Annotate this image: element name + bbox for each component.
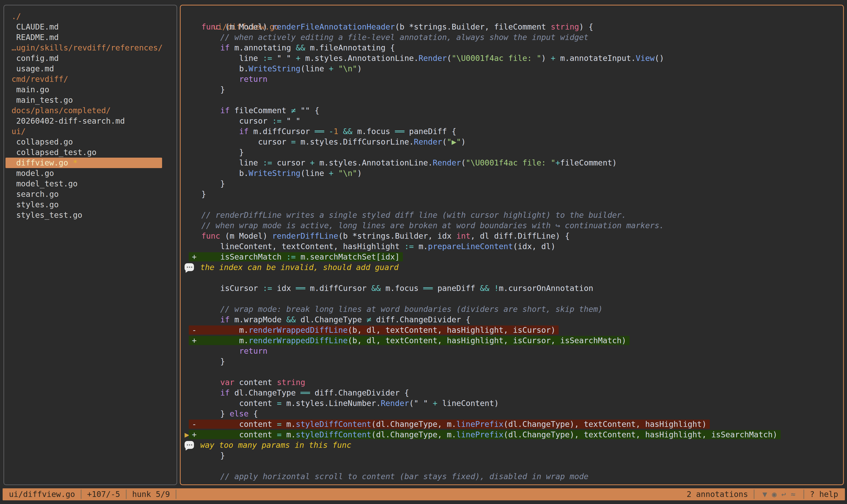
sidebar-item-file[interactable]: model_test.go <box>4 179 177 189</box>
status-separator: │ <box>120 488 132 500</box>
code-text: line := " " + m.styles.AnnotationLine.Re… <box>192 54 664 63</box>
code-text: line := cursor + m.styles.AnnotationLine… <box>192 158 617 167</box>
blank-line <box>181 461 843 471</box>
gutter-cell <box>184 105 192 116</box>
gutter-cell <box>184 126 192 137</box>
code-line: } <box>181 450 843 461</box>
code-line: return <box>181 346 843 356</box>
code-text: cursor = m.styles.DiffCursorLine.Render(… <box>192 137 466 146</box>
sidebar-item-directory[interactable]: cmd/revdiff/ <box>4 74 177 85</box>
file-tree-panel: ./ CLAUDE.md README.md…ugin/skills/revdi… <box>3 5 177 485</box>
status-separator: │ <box>170 488 182 500</box>
diff-added-line: + m.renderWrappedDiffLine(b, dl, textCon… <box>181 336 843 346</box>
gutter-cell <box>184 116 192 126</box>
file-label: model.go <box>12 168 54 178</box>
triangle-down-icon: ▼ <box>760 488 769 500</box>
sidebar-item-file[interactable]: CLAUDE.md <box>4 22 177 32</box>
code-text: b.WriteString(line + "\n") <box>192 168 362 178</box>
code-text: if dl.ChangeType ══ diff.ChangeDivider { <box>192 388 409 397</box>
sidebar-item-file[interactable]: diffview.go * <box>5 158 162 168</box>
gutter-cell <box>184 189 192 199</box>
sidebar-item-file[interactable]: styles.go <box>4 199 177 210</box>
file-label: styles_test.go <box>12 211 82 220</box>
file-label: collapsed.go <box>12 137 73 146</box>
code-text: func (m Model) renderFileAnnotationHeade… <box>192 22 593 31</box>
gutter-cell <box>184 74 192 85</box>
sidebar-item-file[interactable]: config.md <box>4 53 177 64</box>
blank-line <box>181 95 843 105</box>
code-line: var content string <box>181 377 843 388</box>
file-label: …ugin/skills/revdiff/references/ <box>12 43 163 52</box>
gutter-cell <box>184 450 192 461</box>
sidebar-item-file[interactable]: main_test.go <box>4 95 177 105</box>
sidebar-item-file[interactable]: search.go <box>4 189 177 199</box>
sidebar-item-file[interactable]: styles_test.go <box>4 210 177 220</box>
code-text: } <box>192 85 225 94</box>
code-line: cursor := " " <box>181 116 843 126</box>
sidebar-item-file[interactable]: 20260402-diff-search.md <box>4 116 177 126</box>
sidebar-item-file[interactable]: usage.md <box>4 64 177 74</box>
code-line: } <box>181 356 843 367</box>
code-text: } else { <box>192 409 258 418</box>
file-label: config.md <box>12 54 59 63</box>
annotation-line: the index can be invalid, should add gua… <box>181 262 843 273</box>
sidebar-item-file[interactable]: collapsed.go <box>4 137 177 147</box>
status-separator: │ <box>75 488 87 500</box>
gutter-cell <box>184 314 192 325</box>
code-text: isCursor := idx ══ m.diffCursor && m.foc… <box>192 284 593 293</box>
sidebar-item-directory[interactable]: docs/plans/completed/ <box>4 105 177 116</box>
sidebar-item-file[interactable]: collapsed_test.go <box>4 147 177 158</box>
annotation-text: way too many params in this func <box>200 440 352 450</box>
diff-added-line: + isSearchMatch := m.searchMatchSet[idx] <box>181 252 843 262</box>
status-bar: ui/diffview.go │ +107/-5 │ hunk 5/9 │ 2 … <box>3 488 845 500</box>
diff-removed-line: - m.renderWrappedDiffLine(b, dl, textCon… <box>181 325 843 336</box>
blank-line <box>181 199 843 210</box>
file-label: 20260402-diff-search.md <box>12 116 125 125</box>
file-label: CLAUDE.md <box>12 22 59 31</box>
code-line: content = m.styles.LineNumber.Render(" "… <box>181 398 843 409</box>
sidebar-item-directory[interactable]: ui/ <box>4 126 177 137</box>
code-line: if m.wrapMode && dl.ChangeType ≠ diff.Ch… <box>181 314 843 325</box>
code-line: if fileComment ≠ "" { <box>181 105 843 116</box>
code-text: var content string <box>192 378 305 387</box>
blank-line <box>181 293 843 304</box>
code-line: // when actively editing a file-level an… <box>181 32 843 42</box>
code-text: - content = m.styleDiffContent(dl.Change… <box>189 419 710 429</box>
help-hint[interactable]: ? help <box>810 488 838 500</box>
file-label: main_test.go <box>12 95 73 105</box>
sidebar-item-file[interactable]: model.go <box>4 168 177 179</box>
gutter-cell <box>184 377 192 388</box>
gutter-cell <box>184 22 192 32</box>
annotation-line: way too many params in this func <box>181 440 843 450</box>
status-hunk: hunk 5/9 <box>132 488 170 500</box>
code-text: + m.renderWrappedDiffLine(b, dl, textCon… <box>189 336 630 345</box>
code-text: cursor := " " <box>192 116 300 125</box>
code-text: if fileComment ≠ "" { <box>192 106 320 115</box>
sidebar-item-file[interactable]: README.md <box>4 32 177 42</box>
gutter-cell <box>184 398 192 409</box>
diff-panel: ui/diffview.go func (m Model) renderFile… <box>180 5 844 485</box>
code-line: cursor = m.styles.DiffCursorLine.Render(… <box>181 137 843 147</box>
code-text: + content = m.styleDiffContent(dl.Change… <box>189 430 780 439</box>
code-lines: func (m Model) renderFileAnnotationHeade… <box>181 22 843 482</box>
sidebar-item-directory[interactable]: …ugin/skills/revdiff/references/ <box>4 42 177 53</box>
speech-bubble-icon <box>184 441 194 449</box>
gutter-cell <box>184 42 192 53</box>
status-right-group: 2 annotations │ ▼ ◉ ↩ ≈ │ ? help <box>686 488 838 500</box>
code-line: } <box>181 189 843 199</box>
gutter-cell <box>184 137 192 147</box>
code-line: line := " " + m.styles.AnnotationLine.Re… <box>181 53 843 64</box>
code-text: + isSearchMatch := m.searchMatchSet[idx] <box>189 252 403 262</box>
code-text: if m.wrapMode && dl.ChangeType ≠ diff.Ch… <box>192 315 471 324</box>
gutter-cell <box>184 64 192 74</box>
code-line: if m.diffCursor ══ -1 && m.focus ══ pane… <box>181 126 843 137</box>
sidebar-item-file[interactable]: main.go <box>4 85 177 95</box>
file-label: search.go <box>12 190 59 199</box>
code-text: if m.diffCursor ══ -1 && m.focus ══ pane… <box>192 127 456 136</box>
code-line: } <box>181 147 843 158</box>
code-text: // renderDiffLine writes a single styled… <box>192 211 626 220</box>
code-text: lineContent, textContent, hasHighlight :… <box>192 242 556 251</box>
speech-bubble-icon <box>184 263 194 271</box>
file-label: model_test.go <box>12 179 78 188</box>
sidebar-item-directory[interactable]: ./ <box>4 11 177 22</box>
